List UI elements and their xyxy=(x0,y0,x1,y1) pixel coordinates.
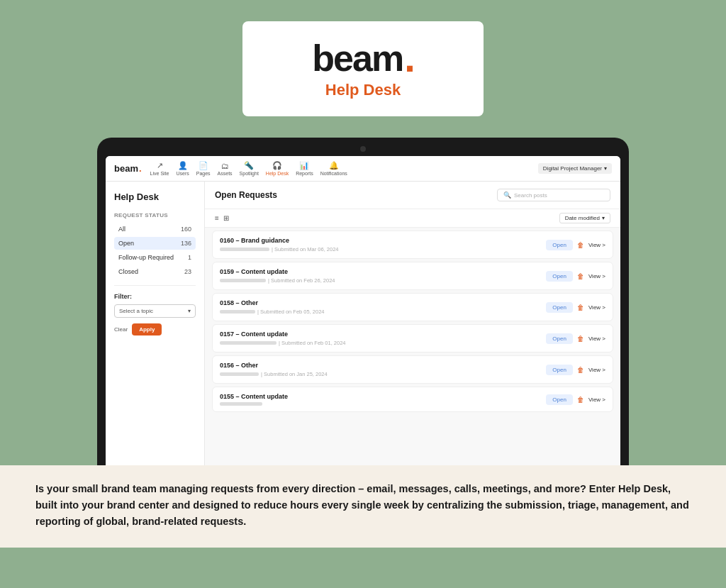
request-meta xyxy=(220,402,546,406)
view-button[interactable]: View > xyxy=(588,242,605,248)
chevron-down-icon: ▾ xyxy=(188,308,191,314)
request-info: 0156 – Other | Submitted on Jan 25, 2024 xyxy=(220,362,546,377)
request-title: 0158 – Other xyxy=(220,299,546,306)
users-icon: 👤 xyxy=(178,161,188,170)
request-meta: | Submitted on Feb 01, 2024 xyxy=(220,340,546,346)
view-button[interactable]: View > xyxy=(588,273,605,279)
clear-button[interactable]: Clear xyxy=(114,326,128,333)
request-actions: Open 🗑 View > xyxy=(546,394,605,405)
logo-card: beam. Help Desk xyxy=(242,21,484,116)
divider xyxy=(114,285,196,286)
status-all[interactable]: All 160 xyxy=(114,223,196,235)
requester-name xyxy=(220,248,269,251)
page-title: Open Requests xyxy=(215,190,277,200)
open-button[interactable]: Open xyxy=(546,302,573,313)
open-button[interactable]: Open xyxy=(546,394,573,405)
spotlight-icon: 🔦 xyxy=(244,161,254,170)
request-title: 0155 – Content update xyxy=(220,393,546,400)
sidebar-title: Help Desk xyxy=(114,192,196,202)
filter-actions: Clear Apply xyxy=(114,323,196,335)
request-actions: Open 🗑 View > xyxy=(546,271,605,282)
main-header: Open Requests 🔍 Search posts xyxy=(205,182,620,209)
view-button[interactable]: View > xyxy=(588,304,605,311)
request-info: 0155 – Content update xyxy=(220,393,546,406)
sort-button[interactable]: Date modified ▾ xyxy=(559,213,610,223)
request-title: 0156 – Other xyxy=(220,362,546,369)
open-button[interactable]: Open xyxy=(546,271,573,282)
nav-item-live-site[interactable]: ↗ Live Site xyxy=(150,161,169,176)
nav-item-notifications[interactable]: 🔔 Notifications xyxy=(320,161,347,176)
nav-item-users[interactable]: 👤 Users xyxy=(176,161,189,176)
chevron-down-icon: ▾ xyxy=(604,165,607,172)
delete-icon[interactable]: 🗑 xyxy=(577,304,584,311)
grid-view-icon[interactable]: ⊞ xyxy=(223,214,229,222)
status-open[interactable]: Open 136 xyxy=(114,237,196,250)
request-meta: | Submitted on Mar 06, 2024 xyxy=(220,246,546,253)
open-button[interactable]: Open xyxy=(546,240,573,250)
request-actions: Open 🗑 View > xyxy=(546,365,605,375)
request-meta: | Submitted on Feb 05, 2024 xyxy=(220,309,546,315)
view-button[interactable]: View > xyxy=(588,396,605,403)
nav-item-assets[interactable]: 🗂 Assets xyxy=(218,162,233,176)
bottom-section: Is your small brand team managing reques… xyxy=(0,465,726,548)
top-section: beam. Help Desk xyxy=(0,0,726,131)
sidebar: Help Desk Request Status All 160 Open 13… xyxy=(106,182,205,465)
sort-chevron-icon: ▾ xyxy=(602,215,605,221)
delete-icon[interactable]: 🗑 xyxy=(577,335,584,343)
app-layout: Help Desk Request Status All 160 Open 13… xyxy=(106,182,620,465)
request-item-0159: 0159 – Content update | Submitted on Feb… xyxy=(212,262,613,290)
status-closed[interactable]: Closed 23 xyxy=(114,265,196,278)
apply-button[interactable]: Apply xyxy=(132,323,162,335)
delete-icon[interactable]: 🗑 xyxy=(577,241,584,249)
laptop-section: beam. ↗ Live Site 👤 Users 📄 Pages xyxy=(0,131,726,465)
request-title: 0157 – Content update xyxy=(220,331,546,338)
status-follow-up[interactable]: Follow-up Required 1 xyxy=(114,251,196,264)
view-toggle[interactable]: ≡ ⊞ xyxy=(215,214,229,222)
search-bar[interactable]: 🔍 Search posts xyxy=(497,189,610,201)
helpdesk-title: Help Desk xyxy=(285,81,441,99)
delete-icon[interactable]: 🗑 xyxy=(577,396,584,404)
list-view-icon[interactable]: ≡ xyxy=(215,214,219,222)
open-button[interactable]: Open xyxy=(546,365,573,375)
nav-item-pages[interactable]: 📄 Pages xyxy=(196,161,211,176)
request-info: 0159 – Content update | Submitted on Feb… xyxy=(220,268,546,284)
laptop-camera xyxy=(360,146,366,152)
delete-icon[interactable]: 🗑 xyxy=(577,272,584,280)
request-info: 0157 – Content update | Submitted on Feb… xyxy=(220,331,546,346)
user-role-label: Digital Project Manager xyxy=(543,165,602,172)
nav-logo: beam. xyxy=(114,163,142,174)
live-site-icon: ↗ xyxy=(157,161,163,170)
logo-dot: . xyxy=(404,38,414,78)
delete-icon[interactable]: 🗑 xyxy=(577,366,584,374)
request-actions: Open 🗑 View > xyxy=(546,240,605,250)
request-meta: | Submitted on Feb 26, 2024 xyxy=(220,277,546,284)
logo-text: beam xyxy=(312,40,403,77)
filter-label: Filter: xyxy=(114,293,196,300)
laptop-screen: beam. ↗ Live Site 👤 Users 📄 Pages xyxy=(106,156,620,465)
user-role-button[interactable]: Digital Project Manager ▾ xyxy=(538,163,612,174)
request-meta: | Submitted on Jan 25, 2024 xyxy=(220,371,546,377)
view-button[interactable]: View > xyxy=(588,367,605,373)
bottom-text: Is your small brand team managing reques… xyxy=(35,481,691,531)
nav-item-reports[interactable]: 📊 Reports xyxy=(296,161,313,176)
assets-icon: 🗂 xyxy=(221,162,229,170)
sort-label: Date modified xyxy=(565,215,600,221)
view-button[interactable]: View > xyxy=(588,335,605,342)
nav-bar: beam. ↗ Live Site 👤 Users 📄 Pages xyxy=(106,156,620,182)
requests-list: 0160 – Brand guidance | Submitted on Mar… xyxy=(205,228,620,458)
beam-logo: beam. xyxy=(285,38,441,78)
nav-item-spotlight[interactable]: 🔦 Spotlight xyxy=(240,161,259,176)
request-item-0156: 0156 – Other | Submitted on Jan 25, 2024… xyxy=(212,355,613,384)
nav-item-help-desk[interactable]: 🎧 Help Desk xyxy=(266,161,289,176)
requester-name xyxy=(220,372,259,376)
request-status-label: Request Status xyxy=(114,212,196,218)
request-item-0157: 0157 – Content update | Submitted on Feb… xyxy=(212,324,613,353)
request-title: 0159 – Content update xyxy=(220,268,546,275)
open-button[interactable]: Open xyxy=(546,333,573,344)
topic-select[interactable]: Select a topic ▾ xyxy=(114,304,196,318)
pages-icon: 📄 xyxy=(199,161,208,170)
requester-name xyxy=(220,310,255,314)
search-icon: 🔍 xyxy=(503,192,511,199)
nav-items: ↗ Live Site 👤 Users 📄 Pages 🗂 Assets xyxy=(150,161,530,176)
request-info: 0160 – Brand guidance | Submitted on Mar… xyxy=(220,237,546,253)
